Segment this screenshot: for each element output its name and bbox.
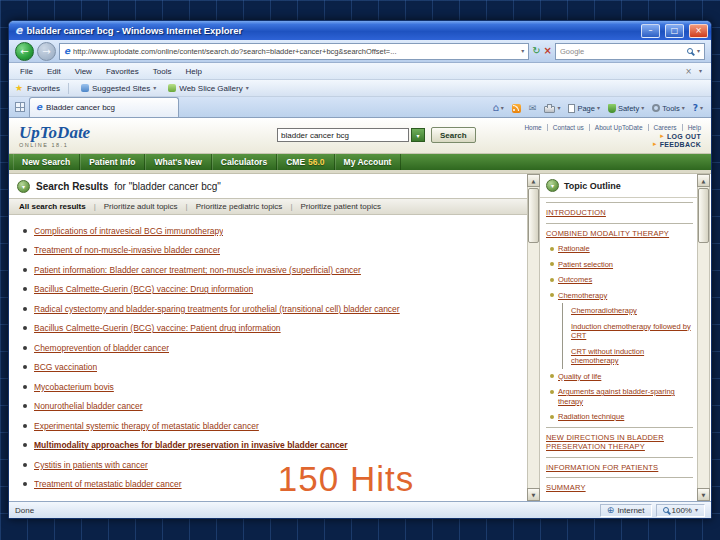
forward-button[interactable]: →: [37, 42, 56, 61]
scroll-thumb[interactable]: [698, 188, 709, 243]
suggested-sites-button[interactable]: Suggested Sites ▾: [77, 84, 160, 93]
topic-outline-item[interactable]: INFORMATION FOR PATIENTS: [546, 457, 693, 476]
filter-tab[interactable]: Prioritize patient topics: [282, 202, 381, 211]
web-slice-gallery-button[interactable]: Web Slice Gallery ▾: [164, 84, 252, 93]
zoom-control[interactable]: 100% ▾: [656, 504, 705, 517]
nav-item[interactable]: New Search: [13, 154, 80, 170]
result-link[interactable]: Nonurothelial bladder cancer: [34, 401, 143, 411]
search-dropdown-button[interactable]: ▾: [411, 128, 425, 142]
search-result-item[interactable]: Cystitis in patients with cancer: [23, 455, 527, 475]
search-result-item[interactable]: Treatment of non-muscle-invasive bladder…: [23, 241, 527, 261]
nav-item[interactable]: My Account: [335, 154, 402, 170]
outline-link[interactable]: NEW DIRECTIONS IN BLADDER PRESERVATION T…: [546, 433, 693, 452]
menu-item[interactable]: Edit: [40, 67, 68, 76]
search-icon[interactable]: [687, 48, 693, 54]
result-link[interactable]: BCG vaccination: [34, 362, 97, 372]
topic-outline-item[interactable]: Chemotherapy: [546, 288, 693, 304]
collapse-results-button[interactable]: ▾: [17, 180, 30, 193]
results-scrollbar[interactable]: ▲ ▼: [527, 174, 540, 501]
url-field[interactable]: e http://www.uptodate.com/online/content…: [59, 43, 529, 60]
search-result-item[interactable]: Patient information: Bladder cancer trea…: [23, 260, 527, 280]
menu-item[interactable]: File: [13, 67, 40, 76]
snip-close-icon[interactable]: ×: [685, 67, 692, 76]
security-zone-indicator[interactable]: ⊕ Internet: [600, 504, 652, 517]
result-link[interactable]: Chemoprevention of bladder cancer: [34, 343, 169, 353]
outline-link[interactable]: Radiation technique: [558, 412, 624, 422]
filter-tab[interactable]: Prioritize pediatric topics: [178, 202, 283, 211]
tools-menu-button[interactable]: Tools ▾: [652, 104, 685, 113]
topic-outline-item[interactable]: NEW DIRECTIONS IN BLADDER PRESERVATION T…: [546, 427, 693, 455]
outline-link[interactable]: COMBINED MODALITY THERAPY: [546, 229, 669, 239]
topic-outline-item[interactable]: Arguments against bladder-sparing therap…: [546, 384, 693, 409]
quick-tabs-icon[interactable]: [15, 102, 25, 112]
outline-link[interactable]: Patient selection: [558, 260, 613, 270]
result-link[interactable]: Experimental systemic therapy of metasta…: [34, 421, 259, 431]
search-result-item[interactable]: Radical cystectomy and bladder-sparing t…: [23, 299, 527, 319]
topic-outline-item[interactable]: Radiation technique: [546, 409, 693, 425]
scroll-thumb[interactable]: [528, 188, 539, 243]
search-result-item[interactable]: BCG vaccination: [23, 358, 527, 378]
uptodate-search-button[interactable]: Search: [431, 127, 476, 143]
result-link[interactable]: Radical cystectomy and bladder-sparing t…: [34, 304, 400, 314]
back-button[interactable]: ←: [15, 42, 34, 61]
filter-tab[interactable]: Prioritize adult topics: [86, 202, 178, 211]
refresh-button[interactable]: ↻: [532, 46, 540, 56]
header-link[interactable]: Careers: [649, 124, 683, 131]
nav-item[interactable]: CME56.0: [277, 154, 334, 170]
uptodate-logo[interactable]: UpToDate ONLINE 18.1: [19, 124, 90, 148]
favorites-button[interactable]: Favorites: [27, 84, 60, 93]
search-result-item[interactable]: Bacillus Calmette-Guerin (BCG) vaccine: …: [23, 280, 527, 300]
outline-link[interactable]: INFORMATION FOR PATIENTS: [546, 463, 658, 473]
result-link[interactable]: Bacillus Calmette-Guerin (BCG) vaccine: …: [34, 323, 281, 333]
home-button[interactable]: ⌂ ▾: [492, 103, 503, 113]
account-link[interactable]: ▸ LOG OUT: [660, 133, 701, 140]
search-result-item[interactable]: Complications of intravesical BCG immuno…: [23, 221, 527, 241]
safety-menu-button[interactable]: Safety ▾: [608, 104, 644, 113]
header-link[interactable]: Contact us: [548, 124, 590, 131]
scroll-up-button[interactable]: ▲: [697, 174, 710, 187]
result-link[interactable]: Mycobacterium bovis: [34, 382, 114, 392]
help-button[interactable]: ? ▾: [693, 103, 703, 113]
browser-tab[interactable]: e Bladder cancer bcg: [29, 97, 179, 117]
topic-outline-item[interactable]: Quality of life: [546, 369, 693, 385]
page-scrollbar[interactable]: ▲ ▼: [697, 174, 710, 501]
topic-outline-item[interactable]: COMBINED MODALITY THERAPY: [546, 223, 693, 242]
outline-link[interactable]: Arguments against bladder-sparing therap…: [558, 387, 693, 406]
nav-item[interactable]: Calculators: [212, 154, 277, 170]
search-result-item[interactable]: Experimental systemic therapy of metasta…: [23, 416, 527, 436]
search-result-item[interactable]: Treatment of metastatic bladder cancer: [23, 475, 527, 495]
page-menu-button[interactable]: Page ▾: [568, 104, 600, 113]
outline-link[interactable]: Quality of life: [558, 372, 601, 382]
header-link[interactable]: About UpToDate: [590, 124, 649, 131]
url-history-dropdown-icon[interactable]: ▾: [521, 48, 524, 54]
read-mail-button[interactable]: ✉: [529, 104, 537, 113]
outline-link[interactable]: CRT without induction chemotherapy: [571, 347, 693, 366]
header-link[interactable]: Help: [683, 124, 701, 131]
search-options-dropdown-icon[interactable]: ▾: [697, 48, 700, 54]
search-result-item[interactable]: Multimodality approaches for bladder pre…: [23, 436, 527, 456]
stop-button[interactable]: ×: [544, 46, 552, 56]
uptodate-search-input[interactable]: [277, 128, 409, 142]
topic-outline-item[interactable]: CRT without induction chemotherapy: [562, 344, 693, 369]
nav-item[interactable]: What's New: [145, 154, 211, 170]
scroll-down-button[interactable]: ▼: [697, 488, 710, 501]
outline-link[interactable]: SUMMARY: [546, 483, 586, 493]
scroll-down-button[interactable]: ▼: [527, 488, 540, 501]
account-link[interactable]: ▸ FEEDBACK: [653, 141, 701, 148]
filter-tab[interactable]: All search results: [19, 202, 86, 211]
result-link[interactable]: Multimodality approaches for bladder pre…: [34, 440, 348, 450]
topic-outline-item[interactable]: Outcomes: [546, 272, 693, 288]
menu-item[interactable]: View: [68, 67, 99, 76]
outline-link[interactable]: Induction chemotherapy followed by CRT: [571, 322, 693, 341]
outline-link[interactable]: INTRODUCTION: [546, 208, 606, 218]
close-button[interactable]: ×: [689, 24, 708, 38]
nav-item[interactable]: Patient Info: [80, 154, 145, 170]
topic-outline-item[interactable]: Induction chemotherapy followed by CRT: [562, 319, 693, 344]
topic-outline-item[interactable]: Rationale: [546, 241, 693, 257]
browser-search-box[interactable]: Google ▾: [555, 43, 705, 60]
outline-link[interactable]: Rationale: [558, 244, 590, 254]
result-link[interactable]: Cystitis in patients with cancer: [34, 460, 148, 470]
menu-item[interactable]: Help: [178, 67, 208, 76]
collapse-outline-button[interactable]: ▾: [546, 179, 559, 192]
topic-outline-item[interactable]: SUMMARY: [546, 477, 693, 496]
